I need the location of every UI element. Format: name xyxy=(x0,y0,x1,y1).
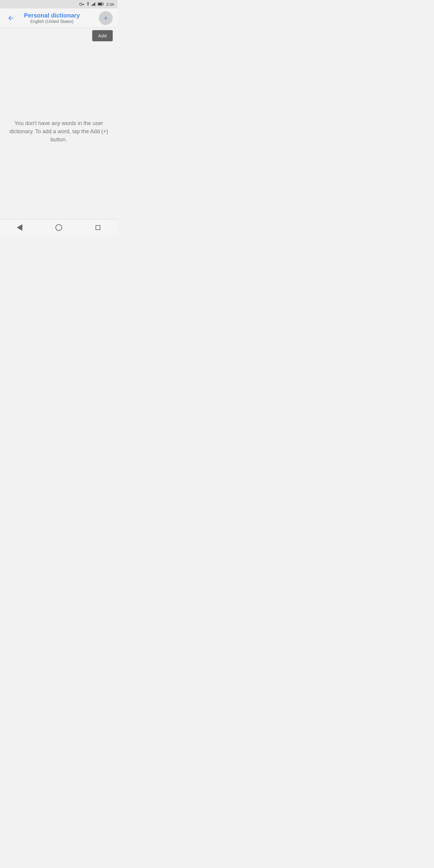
svg-rect-6 xyxy=(93,4,94,6)
plus-icon: + xyxy=(104,14,108,22)
svg-rect-10 xyxy=(98,3,102,5)
empty-dictionary-message: You don't have any words in the user dic… xyxy=(9,119,108,144)
nav-recent-icon xyxy=(96,225,100,230)
add-fab-button[interactable]: + xyxy=(99,11,113,25)
svg-point-4 xyxy=(87,5,88,6)
nav-back-icon xyxy=(17,224,22,231)
svg-rect-7 xyxy=(94,3,95,6)
svg-rect-11 xyxy=(103,4,104,5)
status-icons: 2:34 xyxy=(79,1,114,7)
add-word-button[interactable]: Add xyxy=(92,30,113,41)
page-subtitle: English (United States) xyxy=(30,19,73,24)
svg-rect-5 xyxy=(92,4,93,6)
title-area: Personal dictionary English (United Stat… xyxy=(5,12,99,24)
nav-back-button[interactable] xyxy=(10,220,29,236)
action-bar: Add xyxy=(0,28,118,43)
nav-home-button[interactable] xyxy=(50,220,68,236)
nav-recent-button[interactable] xyxy=(89,220,107,236)
main-content: You don't have any words in the user dic… xyxy=(0,43,118,219)
key-icon xyxy=(79,1,84,7)
navigation-bar xyxy=(0,219,118,235)
status-time: 2:34 xyxy=(106,2,114,7)
signal-icon xyxy=(92,1,96,7)
svg-point-0 xyxy=(80,3,82,5)
page-title: Personal dictionary xyxy=(24,12,80,19)
nav-home-icon xyxy=(56,224,62,231)
status-bar: 2:34 xyxy=(0,0,118,8)
battery-icon xyxy=(98,1,104,7)
wifi-icon xyxy=(86,1,90,7)
app-bar: Personal dictionary English (United Stat… xyxy=(0,8,118,28)
